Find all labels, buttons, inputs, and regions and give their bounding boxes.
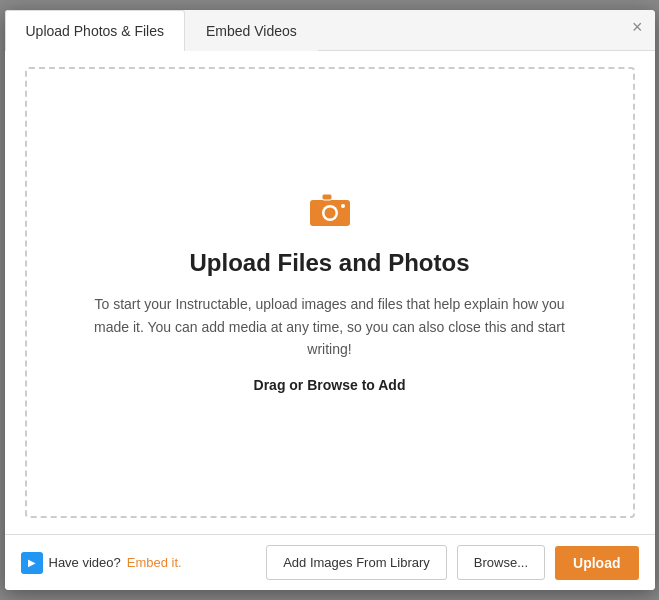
tab-upload[interactable]: Upload Photos & Files — [5, 10, 186, 51]
tab-bar: Upload Photos & Files Embed Videos — [5, 10, 655, 51]
upload-description: To start your Instructable, upload image… — [87, 293, 573, 360]
drag-label: Drag or Browse to Add — [254, 377, 406, 393]
upload-dropzone[interactable]: Upload Files and Photos To start your In… — [25, 67, 635, 518]
video-play-icon — [21, 552, 43, 574]
svg-rect-3 — [322, 194, 332, 200]
close-button[interactable]: × — [632, 18, 643, 36]
upload-title: Upload Files and Photos — [189, 249, 469, 277]
add-images-from-library-button[interactable]: Add Images From Library — [266, 545, 447, 580]
video-text: Have video? — [49, 555, 121, 570]
camera-icon — [308, 192, 352, 237]
upload-modal: × Upload Photos & Files Embed Videos Upl… — [5, 10, 655, 590]
browse-button[interactable]: Browse... — [457, 545, 545, 580]
footer-bar: Have video? Embed it. Add Images From Li… — [5, 534, 655, 590]
svg-point-4 — [341, 204, 345, 208]
embed-link[interactable]: Embed it. — [127, 555, 182, 570]
video-hint: Have video? Embed it. — [21, 552, 257, 574]
svg-point-2 — [324, 208, 335, 219]
upload-button[interactable]: Upload — [555, 546, 638, 580]
tab-embed[interactable]: Embed Videos — [185, 10, 318, 51]
